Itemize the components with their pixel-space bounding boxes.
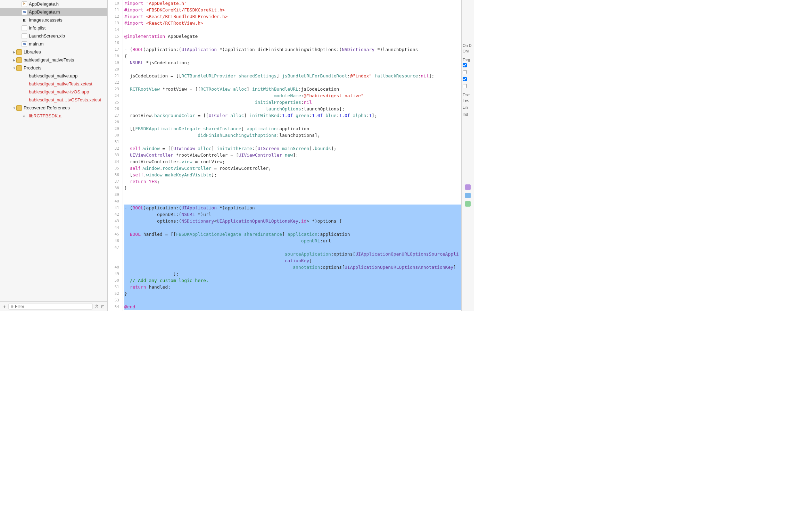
- recent-filter-icon[interactable]: ⏱: [94, 304, 99, 309]
- nav-item-appdelegate-h[interactable]: hAppDelegate.h: [0, 0, 107, 8]
- library-media-icon[interactable]: [465, 201, 471, 207]
- m-icon: m: [22, 9, 27, 15]
- nav-item-images-xcassets[interactable]: ◧Images.xcassets: [0, 16, 107, 24]
- nav-item-babiesdigest-native-tvos-app[interactable]: babiesdigest_native-tvOS.app: [0, 88, 107, 96]
- nav-item-babiesdigest-nat-tvostests-xctest[interactable]: babiesdigest_nat…tvOSTests.xctest: [0, 96, 107, 104]
- m-icon: m: [22, 41, 27, 47]
- filter-field[interactable]: ⊕: [8, 303, 93, 310]
- nav-item-info-plist[interactable]: Info.plist: [0, 24, 107, 32]
- folder-icon: [16, 105, 22, 111]
- gen-icon: [22, 33, 27, 39]
- text-encoding-label: Tex: [463, 98, 469, 102]
- gen-icon: [22, 25, 27, 31]
- nav-item-label: main.m: [29, 41, 44, 47]
- folder-icon: [16, 65, 22, 71]
- xctest-icon: [22, 97, 27, 103]
- nav-item-label: Libraries: [24, 49, 41, 55]
- nav-item-label: AppDelegate.m: [29, 9, 60, 15]
- xcassets-icon: ◧: [22, 17, 27, 23]
- app-icon: [22, 89, 27, 95]
- nav-item-babiesdigest-nativetests-xctest[interactable]: babiesdigest_nativeTests.xctest: [0, 80, 107, 88]
- scm-filter-icon[interactable]: ⊡: [100, 304, 105, 309]
- nav-item-libraries[interactable]: Libraries: [0, 48, 107, 56]
- h-icon: h: [22, 1, 27, 7]
- nav-item-librctfbsdk-a[interactable]: alibRCTFBSDK.a: [0, 112, 107, 120]
- nav-item-label: Info.plist: [29, 25, 46, 31]
- library-snippet-icon[interactable]: [465, 193, 471, 198]
- nav-item-main-m[interactable]: mmain.m: [0, 40, 107, 48]
- only-label: Onl: [463, 49, 469, 53]
- line-number-gutter: 1011121314151617181920212223242526272829…: [108, 0, 123, 311]
- app-icon: [22, 73, 27, 79]
- text-section-label: Text: [463, 93, 473, 97]
- navigator-sidebar: hAppDelegate.hmAppDelegate.m◧Images.xcas…: [0, 0, 108, 311]
- inspector-panel: On D Onl Targ Text Tex Lin Ind: [461, 0, 474, 311]
- target-check-1[interactable]: [463, 63, 467, 67]
- folder-icon: [16, 49, 22, 55]
- target-check-2[interactable]: [463, 70, 467, 74]
- nav-item-label: babiesdigest_nativeTests: [24, 57, 74, 63]
- disclosure-triangle[interactable]: [12, 58, 16, 62]
- nav-item-label: LaunchScreen.xib: [29, 33, 65, 39]
- navigator-bottom-bar: + ⊕ ⏱ ⊡: [0, 301, 107, 311]
- target-check-4[interactable]: [463, 84, 467, 88]
- line-endings-label: Lin: [463, 105, 468, 109]
- add-button[interactable]: +: [2, 304, 7, 309]
- lib-icon: a: [22, 113, 27, 119]
- folder-icon: [16, 57, 22, 63]
- disclosure-triangle[interactable]: [12, 50, 16, 54]
- target-label: Targ: [463, 58, 473, 62]
- disclosure-triangle[interactable]: [12, 106, 16, 110]
- nav-item-label: babiesdigest_native-tvOS.app: [29, 89, 89, 94]
- library-object-icon[interactable]: [465, 184, 471, 190]
- nav-item-label: Images.xcassets: [29, 17, 63, 23]
- xctest-icon: [22, 81, 27, 87]
- target-check-3[interactable]: [463, 77, 467, 81]
- filter-icon: ⊕: [10, 304, 14, 309]
- nav-item-label: libRCTFBSDK.a: [29, 113, 61, 118]
- indent-label: Ind: [463, 112, 468, 116]
- disclosure-triangle[interactable]: [12, 66, 16, 70]
- nav-item-label: Products: [24, 65, 41, 70]
- nav-item-label: Recovered References: [24, 105, 70, 110]
- ondemand-label: On D: [463, 43, 473, 48]
- nav-item-babiesdigest-nativetests[interactable]: babiesdigest_nativeTests: [0, 56, 107, 64]
- nav-item-recovered-references[interactable]: Recovered References: [0, 104, 107, 112]
- code-area[interactable]: #import "AppDelegate.h"#import <FBSDKCor…: [123, 0, 461, 311]
- source-editor[interactable]: 1011121314151617181920212223242526272829…: [108, 0, 461, 311]
- nav-item-label: babiesdigest_nativeTests.xctest: [29, 81, 92, 86]
- nav-item-label: babiesdigest_nat…tvOSTests.xctest: [29, 97, 101, 102]
- file-navigator[interactable]: hAppDelegate.hmAppDelegate.m◧Images.xcas…: [0, 0, 107, 301]
- nav-item-label: babiesdigest_native.app: [29, 73, 77, 78]
- nav-item-appdelegate-m[interactable]: mAppDelegate.m: [0, 8, 107, 16]
- nav-item-babiesdigest-native-app[interactable]: babiesdigest_native.app: [0, 72, 107, 80]
- nav-item-label: AppDelegate.h: [29, 1, 59, 7]
- nav-item-products[interactable]: Products: [0, 64, 107, 72]
- nav-item-launchscreen-xib[interactable]: LaunchScreen.xib: [0, 32, 107, 40]
- filter-input[interactable]: [15, 304, 91, 309]
